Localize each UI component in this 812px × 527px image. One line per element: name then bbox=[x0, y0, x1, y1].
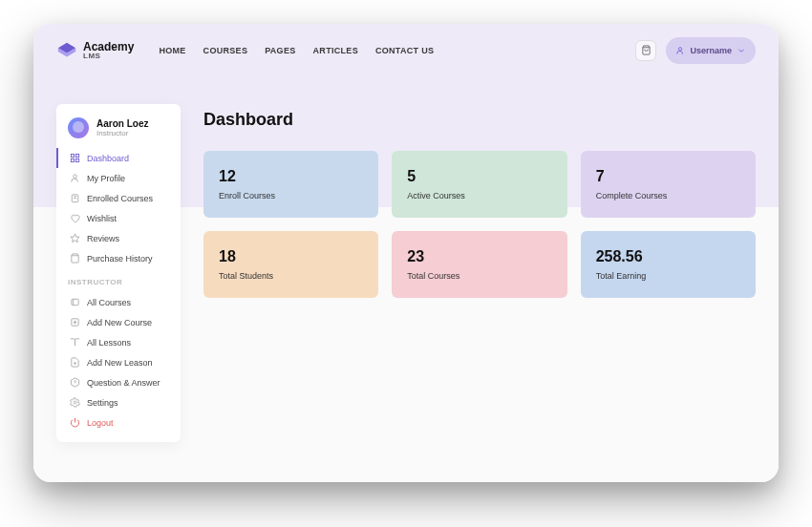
sidebar: Aaron Loez Instructor Dashboard My Profi… bbox=[56, 104, 181, 442]
stat-value: 7 bbox=[596, 168, 740, 185]
bag-icon bbox=[70, 253, 80, 264]
bag-icon bbox=[641, 42, 652, 59]
stat-value: 258.56 bbox=[596, 248, 740, 265]
file-plus-icon bbox=[70, 357, 80, 368]
profile-block[interactable]: Aaron Loez Instructor bbox=[56, 117, 181, 148]
stat-label: Total Earning bbox=[596, 271, 740, 281]
sidebar-item-all-lessons[interactable]: All Lessons bbox=[56, 332, 181, 352]
brand-subtitle: LMS bbox=[83, 53, 134, 60]
sidebar-item-settings[interactable]: Settings bbox=[56, 392, 181, 412]
stat-value: 12 bbox=[219, 168, 363, 185]
sidebar-item-add-course[interactable]: Add New Course bbox=[56, 312, 181, 332]
user-menu-button[interactable]: Username bbox=[666, 37, 756, 64]
sidebar-item-logout[interactable]: Logout bbox=[56, 412, 181, 432]
nav-contact[interactable]: CONTACT US bbox=[375, 46, 434, 55]
sidebar-item-label: All Lessons bbox=[87, 338, 131, 348]
main-content: Dashboard 12 Enroll Courses 5 Active Cou… bbox=[203, 77, 756, 298]
sidebar-item-label: Question & Answer bbox=[87, 378, 160, 388]
sidebar-item-qa[interactable]: Question & Answer bbox=[56, 372, 181, 392]
menu-student: Dashboard My Profile Enrolled Courses Wi… bbox=[56, 148, 181, 268]
page-title: Dashboard bbox=[203, 110, 756, 130]
stat-label: Total Courses bbox=[407, 271, 551, 281]
logo-icon bbox=[56, 40, 77, 61]
sidebar-item-label: Reviews bbox=[87, 234, 119, 243]
sidebar-item-wishlist[interactable]: Wishlist bbox=[56, 208, 181, 228]
heart-icon bbox=[70, 213, 80, 223]
menu-instructor: All Courses Add New Course All Lessons A… bbox=[56, 292, 181, 432]
nav-courses[interactable]: COURSES bbox=[203, 46, 248, 55]
stat-card-complete-courses: 7 Complete Courses bbox=[581, 151, 756, 218]
layers-icon bbox=[70, 297, 80, 307]
stat-card-total-students: 18 Total Students bbox=[203, 231, 378, 298]
book-open-icon bbox=[70, 337, 80, 348]
nav-articles[interactable]: ARTICLES bbox=[313, 46, 358, 55]
power-icon bbox=[70, 417, 80, 428]
sidebar-item-label: Dashboard bbox=[87, 154, 129, 163]
sidebar-item-enrolled[interactable]: Enrolled Courses bbox=[56, 188, 181, 208]
sidebar-item-label: Settings bbox=[87, 398, 118, 408]
stat-label: Complete Courses bbox=[596, 191, 740, 200]
main-nav: HOME COURSES PAGES ARTICLES CONTACT US bbox=[159, 46, 434, 55]
grid-icon bbox=[70, 153, 80, 163]
stat-value: 18 bbox=[219, 248, 363, 265]
stat-label: Total Students bbox=[219, 271, 363, 281]
topbar: Academy LMS HOME COURSES PAGES ARTICLES … bbox=[33, 24, 779, 77]
user-menu-label: Username bbox=[690, 46, 732, 55]
sidebar-item-label: Logout bbox=[87, 418, 114, 428]
sidebar-item-label: Purchase History bbox=[87, 254, 153, 264]
sidebar-item-all-courses[interactable]: All Courses bbox=[56, 292, 181, 312]
gear-icon bbox=[70, 397, 80, 408]
svg-point-7 bbox=[74, 175, 77, 179]
svg-rect-10 bbox=[72, 299, 78, 305]
stat-card-total-earning: 258.56 Total Earning bbox=[581, 231, 756, 298]
sidebar-item-label: Wishlist bbox=[87, 214, 117, 223]
sidebar-item-label: Enrolled Courses bbox=[87, 194, 153, 203]
plus-square-icon bbox=[70, 317, 80, 327]
stat-card-total-courses: 23 Total Courses bbox=[392, 231, 566, 298]
svg-rect-5 bbox=[71, 158, 74, 161]
sidebar-item-purchase[interactable]: Purchase History bbox=[56, 248, 181, 268]
svg-point-2 bbox=[679, 48, 682, 51]
stat-label: Enroll Courses bbox=[219, 191, 363, 200]
avatar bbox=[68, 117, 89, 138]
sidebar-item-reviews[interactable]: Reviews bbox=[56, 228, 181, 248]
chevron-down-icon bbox=[737, 42, 746, 59]
sidebar-item-label: My Profile bbox=[87, 174, 125, 183]
sidebar-item-add-lesson[interactable]: Add New Leason bbox=[56, 352, 181, 372]
svg-rect-4 bbox=[75, 154, 78, 157]
nav-pages[interactable]: PAGES bbox=[265, 46, 295, 55]
sidebar-item-profile[interactable]: My Profile bbox=[56, 168, 181, 188]
user-icon bbox=[675, 42, 685, 59]
stat-value: 5 bbox=[407, 168, 551, 185]
sidebar-item-dashboard[interactable]: Dashboard bbox=[56, 148, 181, 168]
svg-rect-3 bbox=[71, 154, 74, 157]
help-icon bbox=[70, 377, 80, 388]
svg-point-12 bbox=[74, 401, 76, 404]
app-window: Academy LMS HOME COURSES PAGES ARTICLES … bbox=[33, 24, 779, 482]
stat-card-enroll-courses: 12 Enroll Courses bbox=[203, 151, 378, 218]
nav-home[interactable]: HOME bbox=[159, 46, 185, 55]
sidebar-item-label: All Courses bbox=[87, 298, 131, 307]
sidebar-item-label: Add New Leason bbox=[87, 358, 153, 368]
svg-marker-9 bbox=[71, 234, 79, 242]
brand-logo[interactable]: Academy LMS bbox=[56, 40, 134, 61]
menu-section-label: INSTRUCTOR bbox=[56, 268, 181, 292]
profile-name: Aaron Loez bbox=[96, 118, 148, 129]
sidebar-item-label: Add New Course bbox=[87, 318, 152, 327]
cart-button[interactable] bbox=[635, 40, 656, 61]
stats-grid: 12 Enroll Courses 5 Active Courses 7 Com… bbox=[203, 151, 756, 298]
stat-value: 23 bbox=[407, 248, 551, 265]
stat-label: Active Courses bbox=[407, 191, 551, 200]
stat-card-active-courses: 5 Active Courses bbox=[392, 151, 566, 218]
user-icon bbox=[70, 173, 80, 183]
svg-rect-6 bbox=[75, 158, 78, 161]
star-icon bbox=[70, 233, 80, 243]
profile-role: Instructor bbox=[96, 129, 148, 137]
book-icon bbox=[70, 193, 80, 203]
